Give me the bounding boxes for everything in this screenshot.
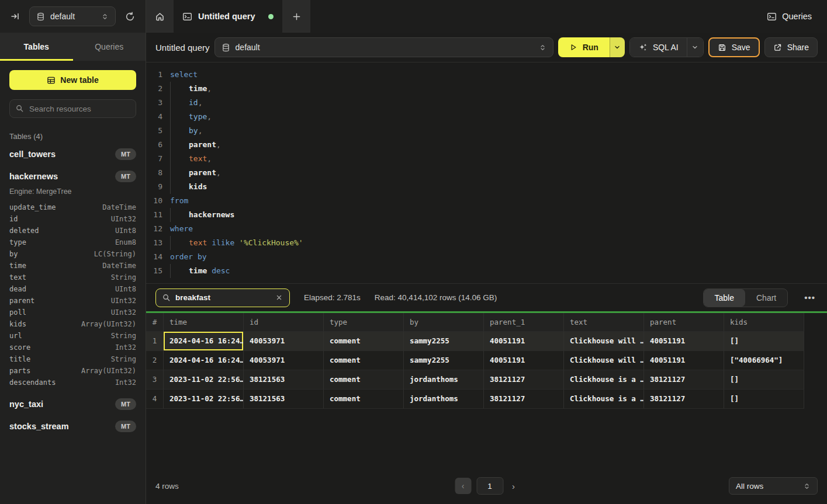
table-cell[interactable]: Clickhouse is a … xyxy=(564,370,644,390)
home-button[interactable] xyxy=(146,0,174,33)
column-row[interactable]: deadUInt8 xyxy=(9,283,136,295)
table-item-cell-towers[interactable]: cell_towers MT xyxy=(9,143,136,165)
table-cell[interactable]: [] xyxy=(724,370,804,390)
column-header[interactable]: time xyxy=(164,313,244,332)
editor-line[interactable]: 1select xyxy=(146,68,827,82)
collapse-sidebar-button[interactable] xyxy=(8,9,22,23)
table-cell[interactable]: [] xyxy=(724,390,804,409)
table-cell[interactable]: 40051191 xyxy=(644,332,724,351)
table-cell[interactable]: 2024-04-16 16:24… xyxy=(164,351,244,370)
save-button[interactable]: Save xyxy=(708,37,760,57)
editor-line[interactable]: 11hackernews xyxy=(146,208,827,222)
tab-queries[interactable]: Queries xyxy=(73,33,146,61)
editor-line[interactable]: 10from xyxy=(146,194,827,208)
table-cell[interactable]: comment xyxy=(324,370,404,390)
table-item-stocks-stream[interactable]: stocks_stream MT xyxy=(9,415,136,437)
column-row[interactable]: descendantsInt32 xyxy=(9,377,136,388)
table-cell[interactable]: 38121127 xyxy=(484,370,564,390)
sql-ai-options-button[interactable] xyxy=(687,38,703,57)
tab-untitled-query[interactable]: Untitled query xyxy=(174,0,282,33)
editor-line[interactable]: 12where xyxy=(146,222,827,236)
page-number[interactable]: 1 xyxy=(476,477,503,495)
column-header[interactable]: # xyxy=(146,313,164,332)
table-cell[interactable]: 38121563 xyxy=(244,370,324,390)
column-row[interactable]: idUInt32 xyxy=(9,213,136,225)
table-cell[interactable]: 38121127 xyxy=(644,370,724,390)
table-cell[interactable]: 38121127 xyxy=(484,390,564,409)
clear-search-button[interactable] xyxy=(275,293,283,302)
column-row[interactable]: pollUInt32 xyxy=(9,307,136,318)
prev-page-button[interactable]: ‹ xyxy=(455,478,471,494)
column-header[interactable]: by xyxy=(404,313,484,332)
run-options-button[interactable] xyxy=(610,37,625,57)
new-table-button[interactable]: New table xyxy=(9,70,136,90)
view-toggle-table[interactable]: Table xyxy=(704,289,745,307)
new-tab-button[interactable] xyxy=(282,0,310,33)
view-toggle-chart[interactable]: Chart xyxy=(745,289,787,307)
editor-line[interactable]: 3id, xyxy=(146,96,827,110)
table-cell[interactable]: comment xyxy=(324,390,404,409)
tab-tables[interactable]: Tables xyxy=(0,33,73,61)
table-cell[interactable]: 2023-11-02 22:56… xyxy=(164,370,244,390)
refresh-button[interactable] xyxy=(123,9,137,24)
editor-line[interactable]: 7text, xyxy=(146,152,827,166)
column-header[interactable]: kids xyxy=(724,313,804,332)
editor-line[interactable]: 4type, xyxy=(146,110,827,124)
next-page-button[interactable]: › xyxy=(508,481,518,491)
column-row[interactable]: kidsArray(UInt32) xyxy=(9,318,136,330)
table-cell[interactable]: Clickhouse will … xyxy=(564,332,644,351)
table-cell[interactable]: 40051191 xyxy=(484,351,564,370)
editor-line[interactable]: 2time, xyxy=(146,82,827,96)
sql-ai-button[interactable]: SQL AI xyxy=(630,38,687,57)
column-row[interactable]: timeDateTime xyxy=(9,260,136,272)
column-row[interactable]: typeEnum8 xyxy=(9,237,136,248)
column-row[interactable]: partsArray(UInt32) xyxy=(9,365,136,377)
table-cell[interactable]: comment xyxy=(324,332,404,351)
table-cell[interactable]: [] xyxy=(724,332,804,351)
run-button[interactable]: Run xyxy=(558,37,610,57)
column-header[interactable]: parent_1 xyxy=(484,313,564,332)
table-cell[interactable]: 40051191 xyxy=(484,332,564,351)
table-cell[interactable]: 40053971 xyxy=(244,332,324,351)
column-row[interactable]: update_timeDateTime xyxy=(9,201,136,213)
editor-line[interactable]: 9kids xyxy=(146,180,827,194)
table-cell[interactable]: 38121563 xyxy=(244,390,324,409)
editor-line[interactable]: 5by, xyxy=(146,124,827,138)
table-cell[interactable]: Clickhouse will … xyxy=(564,351,644,370)
table-cell[interactable]: 40053971 xyxy=(244,351,324,370)
table-cell[interactable]: Clickhouse is a … xyxy=(564,390,644,409)
more-options-button[interactable]: ••• xyxy=(802,293,818,303)
table-cell[interactable]: comment xyxy=(324,351,404,370)
column-row[interactable]: textString xyxy=(9,272,136,283)
table-cell[interactable]: 2024-04-16 16:24… xyxy=(164,332,244,351)
page-size-selector[interactable]: All rows xyxy=(729,477,818,495)
database-selector[interactable]: default xyxy=(29,6,116,26)
column-header[interactable]: id xyxy=(244,313,324,332)
table-item-nyc-taxi[interactable]: nyc_taxi MT xyxy=(9,393,136,415)
table-cell[interactable]: sammy2255 xyxy=(404,351,484,370)
column-header[interactable]: type xyxy=(324,313,404,332)
column-row[interactable]: byLC(String) xyxy=(9,248,136,260)
query-database-selector[interactable]: default xyxy=(214,37,553,57)
table-cell[interactable]: jordanthoms xyxy=(404,390,484,409)
table-cell[interactable]: jordanthoms xyxy=(404,370,484,390)
share-button[interactable]: Share xyxy=(764,37,818,57)
column-row[interactable]: scoreInt32 xyxy=(9,342,136,353)
search-resources-input[interactable] xyxy=(9,99,136,118)
column-row[interactable]: deletedUInt8 xyxy=(9,225,136,237)
sql-editor[interactable]: 1select2time,3id,4type,5by,6parent,7text… xyxy=(146,62,827,283)
editor-line[interactable]: 14order by xyxy=(146,250,827,264)
table-cell[interactable]: ["40066964"] xyxy=(724,351,804,370)
table-cell[interactable]: sammy2255 xyxy=(404,332,484,351)
results-search-input[interactable] xyxy=(175,293,270,302)
table-cell[interactable]: 38121127 xyxy=(644,390,724,409)
column-header[interactable]: parent xyxy=(644,313,724,332)
column-row[interactable]: urlString xyxy=(9,330,136,342)
column-row[interactable]: titleString xyxy=(9,353,136,365)
column-row[interactable]: parentUInt32 xyxy=(9,295,136,307)
editor-line[interactable]: 13text ilike '%ClickHouse%' xyxy=(146,236,827,250)
table-cell[interactable]: 40051191 xyxy=(644,351,724,370)
table-item-hackernews[interactable]: hackernews MT xyxy=(9,165,136,187)
column-header[interactable]: text xyxy=(564,313,644,332)
editor-line[interactable]: 6parent, xyxy=(146,138,827,152)
